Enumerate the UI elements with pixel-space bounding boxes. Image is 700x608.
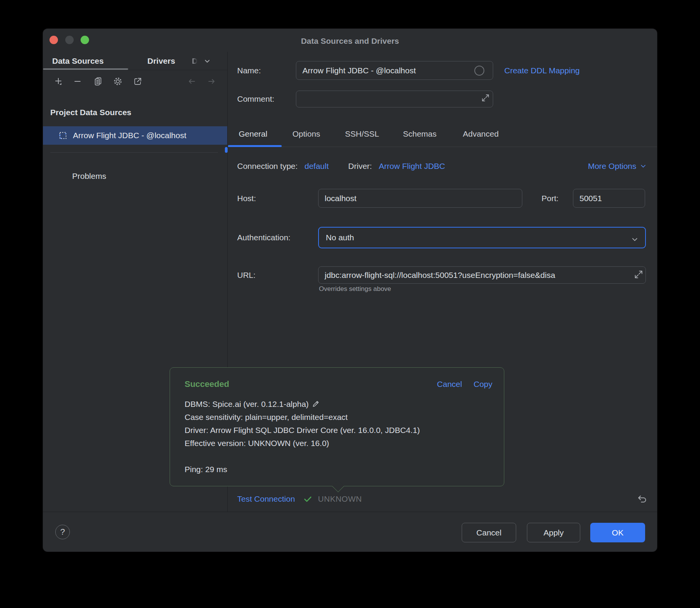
- open-in-window-icon[interactable]: [133, 76, 143, 86]
- popup-body: DBMS: Spice.ai (ver. 0.12.1-alpha) Case …: [185, 398, 492, 476]
- case-sensitivity-line: Case sensitivity: plain=upper, delimited…: [185, 411, 492, 424]
- tab-advanced[interactable]: Advanced: [463, 129, 499, 139]
- back-icon[interactable]: [187, 76, 197, 86]
- test-connection-row: Test Connection UNKNOWN: [237, 492, 648, 506]
- driver-label: Driver:: [348, 162, 372, 170]
- authentication-value: No auth: [326, 233, 354, 242]
- sidebar-tab-strip: Data Sources Drivers D: [43, 52, 227, 70]
- tab-ddl-mappings-truncated[interactable]: D: [192, 52, 198, 70]
- port-label: Port:: [542, 189, 558, 208]
- revert-icon[interactable]: [636, 493, 648, 505]
- tab-options[interactable]: Options: [292, 129, 320, 139]
- data-source-label: Arrow Flight JDBC - @localhost: [73, 131, 187, 140]
- window-title: Data Sources and Drivers: [43, 29, 657, 52]
- duplicate-icon[interactable]: [93, 76, 103, 86]
- host-label: Host:: [237, 189, 256, 208]
- loading-circle-icon: [474, 66, 484, 76]
- url-value: jdbc:arrow-flight-sql://localhost:50051?…: [325, 271, 555, 280]
- tab-general[interactable]: General: [239, 129, 267, 139]
- project-data-sources-header: Project Data Sources: [50, 108, 131, 117]
- connection-type-value[interactable]: default: [304, 162, 329, 170]
- chevron-down-icon: [631, 235, 639, 244]
- titlebar: Data Sources and Drivers: [43, 29, 657, 52]
- tab-schemas[interactable]: Schemas: [403, 129, 437, 139]
- connection-type-row: Connection type: default Driver: Arrow F…: [237, 160, 647, 172]
- connection-type-label: Connection type:: [237, 162, 298, 170]
- tab-data-sources[interactable]: Data Sources: [52, 52, 104, 70]
- sidebar-toolbar: [43, 70, 227, 93]
- comment-input[interactable]: [296, 91, 493, 107]
- tab-ssh-ssl[interactable]: SSH/SSL: [345, 129, 379, 139]
- scrollbar-thumb[interactable]: [225, 147, 228, 153]
- active-tab-indicator: [228, 145, 282, 147]
- more-options-label: More Options: [588, 160, 636, 172]
- tabs-divider: [228, 147, 657, 147]
- chevron-down-icon[interactable]: [203, 56, 212, 66]
- help-icon[interactable]: ?: [55, 525, 70, 539]
- popup-header: Succeeded Cancel Copy: [185, 378, 492, 390]
- port-value: 50051: [579, 194, 602, 203]
- expand-icon[interactable]: [634, 269, 644, 279]
- forward-icon[interactable]: [206, 76, 216, 86]
- data-sources-dialog: Data Sources and Drivers Data Sources Dr…: [43, 29, 657, 552]
- more-options-link[interactable]: More Options: [588, 160, 647, 172]
- sidebar-divider: [50, 152, 218, 153]
- gear-icon[interactable]: [113, 76, 123, 86]
- name-label: Name:: [237, 61, 261, 80]
- add-icon[interactable]: [53, 76, 63, 86]
- tab-drivers[interactable]: Drivers: [147, 52, 175, 70]
- host-value: localhost: [325, 194, 357, 203]
- ping-line: Ping: 29 ms: [185, 463, 492, 476]
- dialog-footer: ? Cancel Apply OK: [43, 512, 657, 552]
- name-input[interactable]: Arrow Flight JDBC - @localhost: [296, 61, 493, 80]
- test-connection-link[interactable]: Test Connection: [237, 494, 295, 504]
- cancel-button[interactable]: Cancel: [462, 523, 516, 542]
- name-value: Arrow Flight JDBC - @localhost: [302, 66, 416, 75]
- sidebar-item-problems[interactable]: Problems: [72, 172, 106, 181]
- ok-button[interactable]: OK: [590, 523, 645, 542]
- chevron-down-icon: [639, 162, 647, 170]
- popup-cancel-link[interactable]: Cancel: [437, 380, 462, 389]
- port-input[interactable]: 50051: [573, 189, 645, 208]
- driver-line: Driver: Arrow Flight SQL JDBC Driver Cor…: [185, 424, 492, 437]
- url-label: URL:: [237, 266, 256, 284]
- url-note: Overrides settings above: [319, 285, 391, 293]
- authentication-select[interactable]: No auth: [318, 227, 646, 248]
- remove-icon[interactable]: [73, 76, 83, 86]
- apply-button[interactable]: Apply: [527, 523, 580, 542]
- url-input[interactable]: jdbc:arrow-flight-sql://localhost:50051?…: [318, 266, 646, 284]
- authentication-label: Authentication:: [237, 227, 291, 248]
- data-source-detected-icon: [58, 131, 68, 140]
- driver-link[interactable]: Arrow Flight JDBC: [379, 162, 445, 170]
- effective-version-line: Effective version: UNKNOWN (ver. 16.0): [185, 437, 492, 450]
- create-ddl-mapping-link[interactable]: Create DDL Mapping: [504, 61, 580, 80]
- comment-label: Comment:: [237, 91, 274, 107]
- check-icon: [303, 494, 313, 504]
- dbms-text: DBMS: Spice.ai (ver. 0.12.1-alpha): [185, 400, 309, 408]
- popup-copy-link[interactable]: Copy: [474, 380, 492, 389]
- dbms-line: DBMS: Spice.ai (ver. 0.12.1-alpha): [185, 398, 492, 411]
- screen: Data Sources and Drivers Data Sources Dr…: [0, 0, 700, 608]
- host-input[interactable]: localhost: [318, 189, 522, 208]
- status-badge: Succeeded: [185, 379, 229, 389]
- active-tab-underline: [43, 68, 128, 70]
- expand-icon[interactable]: [481, 93, 490, 102]
- test-connection-status: UNKNOWN: [318, 494, 362, 504]
- pencil-icon[interactable]: [312, 400, 320, 408]
- settings-tab-strip: General Options SSH/SSL Schemas Advanced: [228, 124, 657, 147]
- test-connection-popup: Succeeded Cancel Copy DBMS: Spice.ai (ve…: [170, 367, 504, 486]
- data-source-list-item-selected[interactable]: Arrow Flight JDBC - @localhost: [43, 126, 227, 145]
